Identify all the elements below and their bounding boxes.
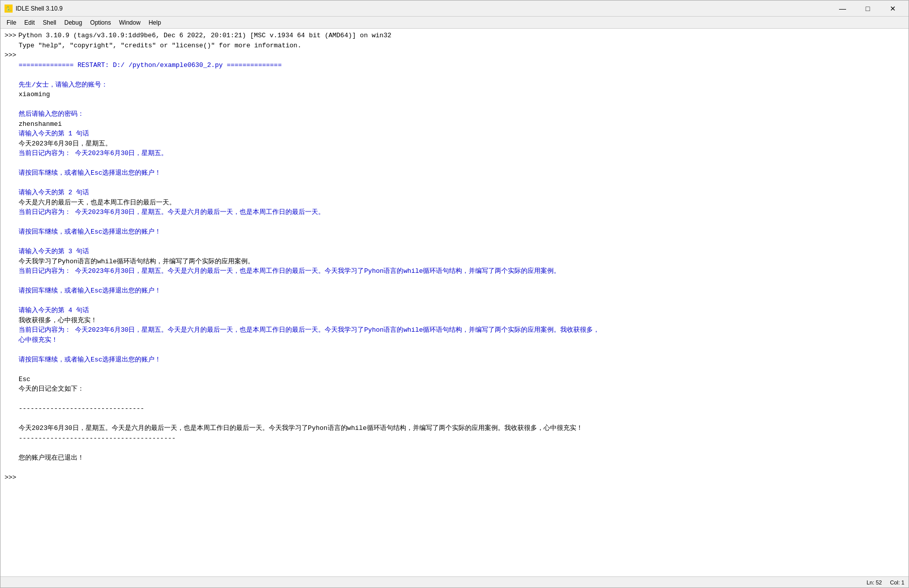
status-col: Col: 1 (890, 579, 904, 585)
menu-window[interactable]: Window (115, 18, 144, 27)
blank4 (5, 178, 904, 188)
sentence3: 今天我学习了Pyhon语言的while循环语句结构，并编写了两个实际的应用案例。 (19, 258, 254, 265)
shell-content[interactable]: >>> Python 3.10.9 (tags/v3.10.9:1dd9be6,… (1, 29, 908, 576)
diary-after4-wrapper: 当前日记内容为： 今天2023年6月30日，星期五。今天是六月的最后一天，也是本… (19, 325, 904, 335)
startup-section: >>> Python 3.10.9 (tags/v3.10.9:1dd9be6,… (5, 31, 904, 41)
continue-prompt3-wrapper: 请按回车继续，或者输入Esc选择退出您的账户！ (19, 286, 904, 296)
diary-after1: 当前日记内容为： 今天2023年6月30日，星期五。 (19, 150, 168, 157)
blank1 (5, 70, 904, 80)
idle-window: 🐍 IDLE Shell 3.10.9 — □ ✕ File Edit Shel… (0, 0, 909, 588)
title-bar-controls: — □ ✕ (831, 1, 904, 17)
status-right: Ln: 52 Col: 1 (867, 579, 904, 585)
menu-debug[interactable]: Debug (60, 18, 86, 27)
diary-full-title: 今天的日记全文如下： (19, 385, 84, 393)
status-bar: Ln: 52 Col: 1 (1, 576, 908, 587)
sentence1-wrapper: 今天2023年6月30日，星期五。 (19, 139, 904, 149)
esc-input: Esc (19, 376, 30, 383)
diary-after2: 当前日记内容为： 今天2023年6月30日，星期五。今天是六月的最后一天，也是本… (19, 208, 325, 216)
minimize-button[interactable]: — (831, 1, 854, 17)
blank12 (5, 414, 904, 424)
continue-prompt4-wrapper: 请按回车继续，或者输入Esc选择退出您的账户！ (19, 355, 904, 365)
window-title: IDLE Shell 3.10.9 (16, 5, 62, 12)
sentence-prompt4-wrapper: 请输入今天的第 4 句话 (19, 306, 904, 316)
title-bar-left: 🐍 IDLE Shell 3.10.9 (5, 5, 62, 13)
prompt-symbol-startup: >>> (5, 31, 16, 41)
separator1-wrapper: -------------------------------- (19, 404, 904, 414)
diary-full-text: 今天2023年6月30日，星期五。今天是六月的最后一天，也是本周工作日的最后一天… (19, 424, 583, 432)
blank11 (5, 394, 904, 404)
separator1: -------------------------------- (19, 405, 144, 412)
sentence-prompt1: 请输入今天的第 1 句话 (19, 130, 89, 137)
separator2: ---------------------------------------- (19, 434, 176, 442)
sentence-prompt3-wrapper: 请输入今天的第 3 句话 (19, 247, 904, 257)
esc-input-wrapper: Esc (19, 375, 904, 385)
diary-full-title-wrapper: 今天的日记全文如下： (19, 384, 904, 394)
sentence-prompt2-wrapper: 请输入今天的第 2 句话 (19, 188, 904, 198)
menu-file[interactable]: File (3, 18, 20, 27)
blank13 (5, 443, 904, 453)
blank10 (5, 364, 904, 375)
diary-full-text-wrapper: 今天2023年6月30日，星期五。今天是六月的最后一天，也是本周工作日的最后一天… (19, 423, 904, 433)
sentence-prompt1-wrapper: 请输入今天的第 1 句话 (19, 129, 904, 139)
restart-line-wrapper: ============== RESTART: D:/ /python/exam… (19, 60, 904, 70)
menu-bar: File Edit Shell Debug Options Window Hel… (1, 17, 908, 29)
close-button[interactable]: ✕ (881, 1, 904, 17)
sentence2: 今天是六月的最后一天，也是本周工作日的最后一天。 (19, 199, 176, 206)
blank5 (5, 217, 904, 228)
input1-wrapper: xiaoming (19, 90, 904, 100)
final-prompt-area: >>> (5, 473, 904, 483)
idle-icon: 🐍 (5, 5, 13, 13)
prompt-symbol-restart: >>> (5, 50, 16, 60)
password-input: zhenshanmei (19, 120, 62, 128)
menu-help[interactable]: Help (144, 18, 165, 27)
account-prompt: 先生/女士，请输入您的账号： (19, 81, 108, 89)
blank8 (5, 296, 904, 306)
sentence1: 今天2023年6月30日，星期五。 (19, 140, 112, 148)
sentence2-wrapper: 今天是六月的最后一天，也是本周工作日的最后一天。 (19, 198, 904, 208)
continue-prompt1: 请按回车继续，或者输入Esc选择退出您的账户！ (19, 169, 161, 177)
sentence-prompt4: 请输入今天的第 4 句话 (19, 307, 89, 314)
logout-msg: 您的账户现在已退出！ (19, 454, 84, 462)
blank9 (5, 345, 904, 355)
blank14 (5, 463, 904, 473)
blank3 (5, 159, 904, 169)
final-prompt-symbol: >>> (5, 473, 16, 483)
menu-edit[interactable]: Edit (20, 18, 39, 27)
sentence-prompt3: 请输入今天的第 3 句话 (19, 248, 89, 255)
input2-wrapper: zhenshanmei (19, 119, 904, 129)
blank2 (5, 100, 904, 110)
blank6 (5, 237, 904, 247)
sentence4: 我收获很多，心中很充实！ (19, 317, 97, 324)
menu-shell[interactable]: Shell (39, 18, 60, 27)
password-prompt: 然后请输入您的密码： (19, 110, 84, 118)
startup-line2-wrapper: Type "help", "copyright", "credits" or "… (19, 41, 904, 51)
menu-options[interactable]: Options (86, 18, 115, 27)
diary-after2-wrapper: 当前日记内容为： 今天2023年6月30日，星期五。今天是六月的最后一天，也是本… (19, 207, 904, 217)
svg-text:🐍: 🐍 (6, 6, 12, 12)
diary-after4b: 心中很充实！ (19, 336, 58, 344)
blank7 (5, 276, 904, 286)
continue-prompt4: 请按回车继续，或者输入Esc选择退出您的账户！ (19, 356, 161, 363)
sentence4-wrapper: 我收获很多，心中很充实！ (19, 316, 904, 326)
prompt-area-restart: >>> (5, 50, 904, 60)
continue-prompt2: 请按回车继续，或者输入Esc选择退出您的账户！ (19, 228, 161, 236)
prompt1-wrapper: 先生/女士，请输入您的账号： (19, 80, 904, 90)
account-input: xiaoming (19, 91, 50, 98)
continue-prompt3: 请按回车继续，或者输入Esc选择退出您的账户！ (19, 287, 161, 295)
startup-line1: Python 3.10.9 (tags/v3.10.9:1dd9be6, Dec… (18, 31, 391, 41)
maximize-button[interactable]: □ (856, 1, 879, 17)
diary-after4: 当前日记内容为： 今天2023年6月30日，星期五。今天是六月的最后一天，也是本… (19, 326, 599, 334)
title-bar: 🐍 IDLE Shell 3.10.9 — □ ✕ (1, 1, 908, 17)
diary-after3: 当前日记内容为： 今天2023年6月30日，星期五。今天是六月的最后一天，也是本… (19, 267, 560, 275)
sentence3-wrapper: 今天我学习了Pyhon语言的while循环语句结构，并编写了两个实际的应用案例。 (19, 257, 904, 267)
continue-prompt1-wrapper: 请按回车继续，或者输入Esc选择退出您的账户！ (19, 168, 904, 178)
separator2-wrapper: ---------------------------------------- (19, 433, 904, 444)
prompt2-wrapper: 然后请输入您的密码： (19, 109, 904, 119)
sentence-prompt2: 请输入今天的第 2 句话 (19, 189, 89, 196)
diary-after1-wrapper: 当前日记内容为： 今天2023年6月30日，星期五。 (19, 149, 904, 159)
diary-after3-wrapper: 当前日记内容为： 今天2023年6月30日，星期五。今天是六月的最后一天，也是本… (19, 266, 904, 276)
status-ln: Ln: 52 (867, 579, 882, 585)
restart-line: ============== RESTART: D:/ /python/exam… (19, 61, 282, 69)
logout-wrapper: 您的账户现在已退出！ (19, 453, 904, 463)
diary-after4b-wrapper: 心中很充实！ (19, 335, 904, 345)
